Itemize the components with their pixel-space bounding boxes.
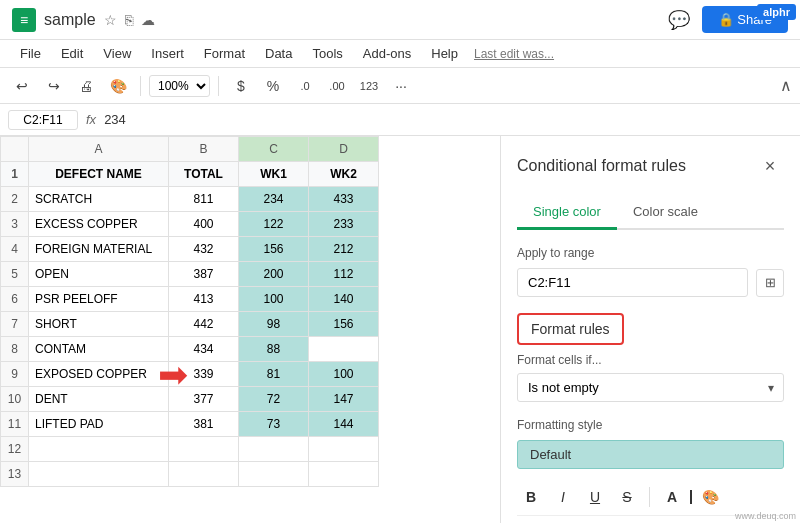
- col-header-d[interactable]: D: [309, 137, 379, 162]
- cell-2-b[interactable]: 811: [169, 187, 239, 212]
- menu-insert[interactable]: Insert: [143, 44, 192, 63]
- cell-1-a[interactable]: DEFECT NAME: [29, 162, 169, 187]
- cell-5-d[interactable]: 112: [309, 262, 379, 287]
- panel-close-button[interactable]: ×: [756, 152, 784, 180]
- range-input[interactable]: [517, 268, 748, 297]
- underline-button[interactable]: U: [581, 483, 609, 511]
- star-icon[interactable]: ☆: [104, 12, 117, 28]
- cell-6-a[interactable]: PSR PEELOFF: [29, 287, 169, 312]
- cell-9-c[interactable]: 81: [239, 362, 309, 387]
- more-formats-button[interactable]: ···: [387, 72, 415, 100]
- cell-10-a[interactable]: DENT: [29, 387, 169, 412]
- cell-7-b[interactable]: 442: [169, 312, 239, 337]
- cell-11-c[interactable]: 73: [239, 412, 309, 437]
- cell-2-c[interactable]: 234: [239, 187, 309, 212]
- style-preview: Default: [517, 440, 784, 469]
- cell-13-c[interactable]: [239, 462, 309, 487]
- text-color-button[interactable]: A: [658, 483, 686, 511]
- menu-help[interactable]: Help: [423, 44, 466, 63]
- cell-5-c[interactable]: 200: [239, 262, 309, 287]
- col-header-c[interactable]: C: [239, 137, 309, 162]
- history-icon[interactable]: ⎘: [125, 12, 133, 28]
- cell-reference-input[interactable]: [8, 110, 78, 130]
- tab-single-color[interactable]: Single color: [517, 196, 617, 230]
- cell-9-b[interactable]: 339: [169, 362, 239, 387]
- cell-12-a[interactable]: [29, 437, 169, 462]
- comment-icon[interactable]: 💬: [668, 9, 690, 31]
- cell-3-d[interactable]: 233: [309, 212, 379, 237]
- cell-1-b[interactable]: TOTAL: [169, 162, 239, 187]
- percent-button[interactable]: %: [259, 72, 287, 100]
- cell-10-c[interactable]: 72: [239, 387, 309, 412]
- cell-7-c[interactable]: 98: [239, 312, 309, 337]
- decimal0-button[interactable]: .0: [291, 72, 319, 100]
- cell-1-c[interactable]: WK1: [239, 162, 309, 187]
- cell-12-c[interactable]: [239, 437, 309, 462]
- cell-9-d[interactable]: 100: [309, 362, 379, 387]
- redo-button[interactable]: ↪: [40, 72, 68, 100]
- menu-file[interactable]: File: [12, 44, 49, 63]
- cell-3-c[interactable]: 122: [239, 212, 309, 237]
- toolbar-collapse-button[interactable]: ∧: [780, 76, 792, 95]
- cell-5-b[interactable]: 387: [169, 262, 239, 287]
- cell-12-d[interactable]: [309, 437, 379, 462]
- cell-4-a[interactable]: FOREIGN MATERIAL: [29, 237, 169, 262]
- cell-4-b[interactable]: 432: [169, 237, 239, 262]
- currency-button[interactable]: $: [227, 72, 255, 100]
- cell-8-a[interactable]: CONTAM: [29, 337, 169, 362]
- format123-button[interactable]: 123: [355, 72, 383, 100]
- menu-view[interactable]: View: [95, 44, 139, 63]
- print-button[interactable]: 🖨: [72, 72, 100, 100]
- cell-11-b[interactable]: 381: [169, 412, 239, 437]
- cell-13-d[interactable]: [309, 462, 379, 487]
- cell-7-d[interactable]: 156: [309, 312, 379, 337]
- cell-8-d[interactable]: [309, 337, 379, 362]
- format-condition-dropdown-row: Is not empty Is empty Text contains Grea…: [517, 373, 784, 402]
- cell-4-d[interactable]: 212: [309, 237, 379, 262]
- col-header-a[interactable]: A: [29, 137, 169, 162]
- menu-data[interactable]: Data: [257, 44, 300, 63]
- cell-1-d[interactable]: WK2: [309, 162, 379, 187]
- cell-3-a[interactable]: EXCESS COPPER: [29, 212, 169, 237]
- cell-5-a[interactable]: OPEN: [29, 262, 169, 287]
- table-icon[interactable]: ⊞: [756, 269, 784, 297]
- cell-11-a[interactable]: LIFTED PAD: [29, 412, 169, 437]
- decimal00-button[interactable]: .00: [323, 72, 351, 100]
- text-color-underline: [690, 490, 692, 504]
- cell-6-b[interactable]: 413: [169, 287, 239, 312]
- italic-button[interactable]: I: [549, 483, 577, 511]
- cell-4-c[interactable]: 156: [239, 237, 309, 262]
- fill-color-button[interactable]: 🎨: [696, 483, 724, 511]
- zoom-select[interactable]: 100%: [149, 75, 210, 97]
- cell-2-d[interactable]: 433: [309, 187, 379, 212]
- cell-8-b[interactable]: 434: [169, 337, 239, 362]
- last-edit[interactable]: Last edit was...: [474, 47, 554, 61]
- cell-10-d[interactable]: 147: [309, 387, 379, 412]
- formula-input[interactable]: [104, 112, 792, 127]
- cell-12-b[interactable]: [169, 437, 239, 462]
- undo-button[interactable]: ↩: [8, 72, 36, 100]
- cell-10-b[interactable]: 377: [169, 387, 239, 412]
- bold-button[interactable]: B: [517, 483, 545, 511]
- cell-3-b[interactable]: 400: [169, 212, 239, 237]
- cell-2-a[interactable]: SCRATCH: [29, 187, 169, 212]
- cell-7-a[interactable]: SHORT: [29, 312, 169, 337]
- menu-tools[interactable]: Tools: [304, 44, 350, 63]
- menu-format[interactable]: Format: [196, 44, 253, 63]
- tab-color-scale[interactable]: Color scale: [617, 196, 714, 230]
- cloud-icon[interactable]: ☁: [141, 12, 155, 28]
- strikethrough-button[interactable]: S: [613, 483, 641, 511]
- cell-6-c[interactable]: 100: [239, 287, 309, 312]
- cell-6-d[interactable]: 140: [309, 287, 379, 312]
- format-condition-select[interactable]: Is not empty Is empty Text contains Grea…: [517, 373, 784, 402]
- cell-8-c[interactable]: 88: [239, 337, 309, 362]
- menu-addons[interactable]: Add-ons: [355, 44, 419, 63]
- cell-11-d[interactable]: 144: [309, 412, 379, 437]
- row-header-8: 8: [1, 337, 29, 362]
- col-header-b[interactable]: B: [169, 137, 239, 162]
- menu-edit[interactable]: Edit: [53, 44, 91, 63]
- cell-9-a[interactable]: EXPOSED COPPER: [29, 362, 169, 387]
- cell-13-b[interactable]: [169, 462, 239, 487]
- paint-format-button[interactable]: 🎨: [104, 72, 132, 100]
- cell-13-a[interactable]: [29, 462, 169, 487]
